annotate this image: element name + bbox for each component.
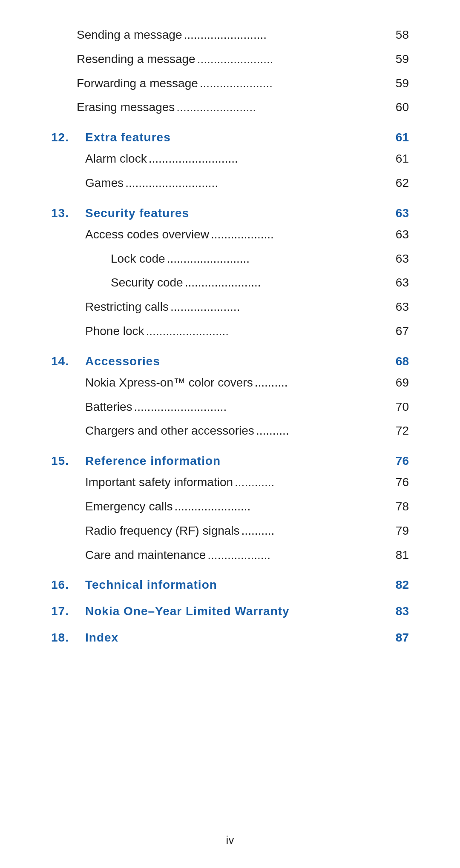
entry-dots: ...................... xyxy=(200,74,390,93)
entry-label: Resending a message xyxy=(77,51,196,67)
entry-dots: .......... xyxy=(242,521,390,541)
toc-entry: Chargers and other accessories .........… xyxy=(85,421,409,441)
toc-entry: Phone lock ......................... 67 xyxy=(85,322,409,342)
chapter-title: Extra features xyxy=(85,131,392,144)
entry-page: 58 xyxy=(392,26,409,43)
chapter-13-items: Access codes overview ..................… xyxy=(51,225,409,342)
entry-page: 76 xyxy=(392,474,409,490)
entry-dots: ....................... xyxy=(197,50,390,69)
entry-dots: ......................... xyxy=(184,26,390,45)
entry-page: 67 xyxy=(392,323,409,339)
entry-page: 61 xyxy=(392,150,409,167)
chapter-num: 18. xyxy=(51,631,85,645)
entry-page: 63 xyxy=(392,298,409,315)
chapter-page: 63 xyxy=(392,206,409,220)
chapter-16-header: 16. Technical information 82 xyxy=(51,578,409,592)
chapter-14: 14. Accessories 68 Nokia Xpress-on™ colo… xyxy=(51,355,409,441)
toc-entry: Emergency calls ....................... … xyxy=(85,497,409,517)
toc-entry: Alarm clock ........................... … xyxy=(85,149,409,169)
toc-entry: Radio frequency (RF) signals .......... … xyxy=(85,521,409,541)
chapter-17-header: 17. Nokia One–Year Limited Warranty 83 xyxy=(51,604,409,618)
chapter-15-header: 15. Reference information 76 xyxy=(51,454,409,468)
page-footer: iv xyxy=(0,834,460,847)
entry-page: 63 xyxy=(392,226,409,243)
chapter-15: 15. Reference information 76 Important s… xyxy=(51,454,409,565)
toc-entry: Security code ....................... 63 xyxy=(85,273,409,293)
toc-entry: Access codes overview ..................… xyxy=(85,225,409,245)
entry-label: Erasing messages xyxy=(77,99,175,115)
chapter-13-header: 13. Security features 63 xyxy=(51,206,409,220)
entry-page: 59 xyxy=(392,51,409,67)
entry-label: Phone lock xyxy=(85,323,144,339)
entry-dots: ........................ xyxy=(176,98,390,117)
chapter-title: Accessories xyxy=(85,355,392,368)
entry-dots: ....................... xyxy=(174,497,390,516)
chapter-12: 12. Extra features 61 Alarm clock ......… xyxy=(51,131,409,194)
chapter-num: 15. xyxy=(51,454,85,468)
entry-page: 81 xyxy=(392,547,409,563)
toc-entry: Restricting calls ..................... … xyxy=(85,298,409,318)
chapter-title: Nokia One–Year Limited Warranty xyxy=(85,604,392,618)
entry-dots: ......................... xyxy=(167,249,390,269)
toc-entry: Nokia Xpress-on™ color covers ..........… xyxy=(85,373,409,393)
page: Sending a message ......................… xyxy=(0,0,460,868)
entry-dots: ................... xyxy=(211,225,390,244)
chapter-num: 14. xyxy=(51,355,85,368)
chapter-14-header: 14. Accessories 68 xyxy=(51,355,409,368)
entry-dots: ............................ xyxy=(125,174,390,193)
toc-entry: Care and maintenance ...................… xyxy=(85,546,409,566)
chapter-18-header: 18. Index 87 xyxy=(51,631,409,645)
entry-label: Radio frequency (RF) signals xyxy=(85,522,240,539)
toc-entry: Important safety information ...........… xyxy=(85,473,409,493)
entry-page: 62 xyxy=(392,175,409,191)
entry-label: Restricting calls xyxy=(85,298,169,315)
entry-label: Important safety information xyxy=(85,474,233,490)
chapter-12-items: Alarm clock ........................... … xyxy=(51,149,409,194)
entry-label: Lock code xyxy=(111,250,165,267)
entry-label: Chargers and other accessories xyxy=(85,422,254,439)
entry-label: Forwarding a message xyxy=(77,75,198,92)
entry-dots: ................... xyxy=(207,546,390,565)
chapter-num: 16. xyxy=(51,578,85,592)
entry-label: Alarm clock xyxy=(85,150,147,167)
entry-dots: ......................... xyxy=(146,322,390,341)
chapter-12-header: 12. Extra features 61 xyxy=(51,131,409,144)
toc-entry-erasing: Erasing messages .......................… xyxy=(51,98,409,118)
chapter-title: Security features xyxy=(85,206,392,220)
toc-entry: Batteries ............................ 7… xyxy=(85,398,409,418)
entry-label: Emergency calls xyxy=(85,498,172,515)
entry-page: 72 xyxy=(392,422,409,439)
entry-page: 60 xyxy=(392,99,409,115)
chapter-title: Reference information xyxy=(85,454,392,468)
chapter-16: 16. Technical information 82 xyxy=(51,578,409,592)
entry-page: 79 xyxy=(392,522,409,539)
entry-dots: .......... xyxy=(256,421,390,441)
chapter-title: Index xyxy=(85,631,392,645)
toc-container: Sending a message ......................… xyxy=(51,26,409,645)
intro-entries: Sending a message ......................… xyxy=(51,26,409,118)
chapter-page: 68 xyxy=(392,355,409,368)
chapter-page: 76 xyxy=(392,454,409,468)
entry-page: 63 xyxy=(392,250,409,267)
entry-page: 69 xyxy=(392,374,409,391)
entry-label: Security code xyxy=(111,274,183,291)
chapter-num: 13. xyxy=(51,206,85,220)
toc-entry-resending: Resending a message ....................… xyxy=(51,50,409,70)
chapter-num: 12. xyxy=(51,131,85,144)
entry-label: Batteries xyxy=(85,398,132,415)
entry-dots: ............................ xyxy=(134,398,391,417)
chapter-15-items: Important safety information ...........… xyxy=(51,473,409,565)
chapter-18: 18. Index 87 xyxy=(51,631,409,645)
entry-label: Sending a message xyxy=(77,26,182,43)
toc-entry: Lock code ......................... 63 xyxy=(85,249,409,269)
entry-dots: .......... xyxy=(255,373,390,392)
entry-page: 59 xyxy=(392,75,409,92)
chapter-title: Technical information xyxy=(85,578,392,592)
entry-page: 70 xyxy=(392,398,409,415)
footer-page-number: iv xyxy=(226,834,234,846)
chapter-page: 87 xyxy=(392,631,409,645)
toc-entry: Games ............................ 62 xyxy=(85,174,409,194)
chapter-13: 13. Security features 63 Access codes ov… xyxy=(51,206,409,342)
chapter-17: 17. Nokia One–Year Limited Warranty 83 xyxy=(51,604,409,618)
entry-page: 63 xyxy=(392,274,409,291)
